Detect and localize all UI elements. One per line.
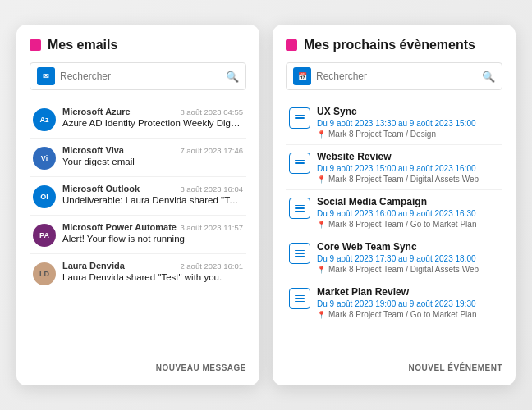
emails-card-header: Mes emails — [30, 38, 246, 52]
event-content: Market Plan Review Du 9 août 2023 19:00 … — [317, 286, 499, 319]
calendar-icon — [289, 243, 310, 264]
calendar-icon — [289, 288, 310, 309]
event-location: 📍 Mark 8 Project Team / Design — [317, 130, 499, 139]
event-title: Market Plan Review — [317, 286, 499, 298]
email-content: Microsoft Power Automate 3 août 2023 11:… — [62, 222, 243, 244]
list-item[interactable]: Website Review Du 9 août 2023 15:00 au 9… — [286, 145, 502, 190]
email-date: 8 août 2023 04:55 — [180, 107, 243, 116]
event-time: Du 9 août 2023 19:00 au 9 août 2023 19:3… — [317, 299, 499, 308]
email-content: Microsoft Viva 7 août 2023 17:46 Your di… — [62, 145, 243, 166]
emails-card: Mes emails ✉ 🔍 Az Microsoft Azure 8 août… — [16, 25, 259, 385]
events-card-header: Mes prochains évènements — [286, 38, 502, 52]
event-time: Du 9 août 2023 17:30 au 9 août 2023 18:0… — [317, 254, 499, 263]
emails-search-bar[interactable]: ✉ 🔍 — [30, 62, 246, 90]
email-sender: Microsoft Outlook — [62, 184, 140, 194]
event-time: Du 9 août 2023 16:00 au 9 août 2023 16:3… — [317, 209, 499, 218]
event-content: Website Review Du 9 août 2023 15:00 au 9… — [317, 151, 499, 184]
location-icon: 📍 — [317, 175, 326, 184]
email-subject: Azure AD Identity Protection Weekly Dige… — [62, 118, 243, 128]
table-row[interactable]: LD Laura Denvida 2 août 2023 16:01 Laura… — [30, 254, 246, 292]
email-date: 2 août 2023 16:01 — [180, 262, 243, 271]
table-row[interactable]: Ol Microsoft Outlook 3 août 2023 16:04 U… — [30, 177, 246, 216]
avatar: LD — [33, 262, 56, 285]
email-content: Laura Denvida 2 août 2023 16:01 Laura De… — [62, 261, 243, 282]
events-search-icon: 🔍 — [482, 71, 495, 83]
calendar-icon — [289, 198, 310, 219]
emails-search-icon: 🔍 — [226, 71, 239, 83]
email-sender: Laura Denvida — [62, 261, 125, 271]
avatar: Az — [33, 108, 56, 131]
calendar-icon — [289, 153, 310, 174]
events-card-title: Mes prochains évènements — [304, 38, 475, 52]
email-subject: Undeliverable: Laura Denvida shared "Tes… — [62, 195, 243, 205]
event-location: 📍 Mark 8 Project Team / Digital Assets W… — [317, 175, 499, 184]
avatar: PA — [33, 224, 56, 247]
list-item[interactable]: Core Web Team Sync Du 9 août 2023 17:30 … — [286, 235, 502, 280]
email-meta: Microsoft Azure 8 août 2023 04:55 — [62, 107, 243, 116]
calendar-icon — [289, 107, 310, 129]
email-meta: Microsoft Outlook 3 août 2023 16:04 — [62, 184, 243, 194]
table-row[interactable]: Az Microsoft Azure 8 août 2023 04:55 Azu… — [30, 100, 246, 139]
event-time: Du 9 août 2023 13:30 au 9 août 2023 15:0… — [317, 119, 499, 128]
email-date: 3 août 2023 11:57 — [180, 223, 243, 232]
table-row[interactable]: PA Microsoft Power Automate 3 août 2023 … — [30, 216, 246, 254]
location-icon: 📍 — [317, 266, 326, 274]
email-meta: Microsoft Viva 7 août 2023 17:46 — [62, 145, 243, 155]
event-title: UX Sync — [317, 106, 499, 117]
email-sender: Microsoft Azure — [62, 107, 131, 116]
emails-header-icon — [30, 39, 41, 51]
event-content: Social Media Campaign Du 9 août 2023 16:… — [317, 196, 499, 229]
event-content: Core Web Team Sync Du 9 août 2023 17:30 … — [317, 241, 499, 274]
events-footer[interactable]: NOUVEL ÉVÉNEMENT — [286, 363, 502, 372]
emails-card-title: Mes emails — [48, 38, 117, 52]
list-item[interactable]: Social Media Campaign Du 9 août 2023 16:… — [286, 190, 502, 235]
email-date: 3 août 2023 16:04 — [180, 184, 243, 194]
email-content: Microsoft Azure 8 août 2023 04:55 Azure … — [62, 107, 243, 128]
avatar: Vi — [33, 147, 56, 170]
event-list: UX Sync Du 9 août 2023 13:30 au 9 août 2… — [286, 100, 502, 357]
list-item[interactable]: UX Sync Du 9 août 2023 13:30 au 9 août 2… — [286, 100, 502, 145]
event-location: 📍 Mark 8 Project Team / Digital Assets W… — [317, 265, 499, 274]
email-subject: Laura Denvida shared "Test" with you. — [62, 272, 243, 282]
email-meta: Microsoft Power Automate 3 août 2023 11:… — [62, 222, 243, 232]
events-card: Mes prochains évènements 📅 🔍 UX Sync Du … — [273, 25, 516, 385]
event-content: UX Sync Du 9 août 2023 13:30 au 9 août 2… — [317, 106, 499, 139]
email-meta: Laura Denvida 2 août 2023 16:01 — [62, 261, 243, 271]
outlook-calendar-icon: 📅 — [293, 67, 311, 85]
event-title: Social Media Campaign — [317, 196, 499, 207]
event-location: 📍 Mark 8 Project Team / Go to Market Pla… — [317, 220, 499, 229]
email-content: Microsoft Outlook 3 août 2023 16:04 Unde… — [62, 184, 243, 205]
outlook-icon: ✉ — [37, 67, 55, 85]
email-subject: Your digest email — [62, 157, 243, 166]
event-title: Core Web Team Sync — [317, 241, 499, 253]
emails-search-input[interactable] — [60, 71, 221, 82]
location-icon: 📍 — [317, 221, 326, 229]
table-row[interactable]: Vi Microsoft Viva 7 août 2023 17:46 Your… — [30, 139, 246, 177]
emails-footer[interactable]: NOUVEAU MESSAGE — [30, 363, 246, 372]
events-header-icon — [286, 39, 297, 51]
email-sender: Microsoft Viva — [62, 145, 124, 155]
location-icon: 📍 — [317, 311, 326, 319]
events-search-bar[interactable]: 📅 🔍 — [286, 62, 502, 90]
email-subject: Alert! Your flow is not running — [62, 234, 243, 244]
event-title: Website Review — [317, 151, 499, 162]
email-date: 7 août 2023 17:46 — [180, 146, 243, 155]
location-icon: 📍 — [317, 130, 326, 139]
events-search-input[interactable] — [316, 71, 477, 82]
event-location: 📍 Mark 8 Project Team / Go to Market Pla… — [317, 310, 499, 319]
avatar: Ol — [33, 185, 56, 208]
list-item[interactable]: Market Plan Review Du 9 août 2023 19:00 … — [286, 280, 502, 325]
email-sender: Microsoft Power Automate — [62, 222, 177, 232]
email-list: Az Microsoft Azure 8 août 2023 04:55 Azu… — [30, 100, 246, 357]
event-time: Du 9 août 2023 15:00 au 9 août 2023 16:0… — [317, 164, 499, 173]
